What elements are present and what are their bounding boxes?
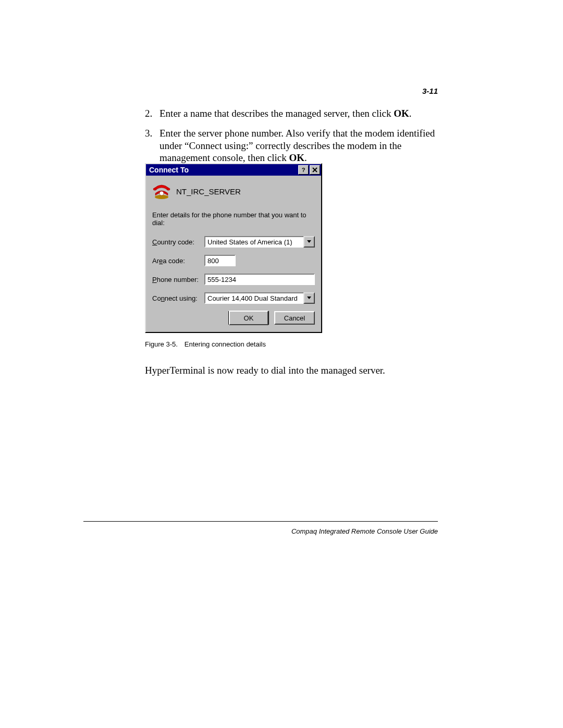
area-code-row: Area code: 800 [152, 255, 315, 266]
area-label-post: a code: [163, 257, 185, 265]
svg-text:?: ? [302, 167, 305, 173]
area-label-pre: Ar [152, 257, 159, 265]
country-label-accel: C [152, 238, 157, 246]
close-button[interactable] [310, 165, 320, 175]
telephone-icon [152, 183, 171, 200]
area-code-input[interactable]: 800 [204, 255, 236, 266]
svg-point-2 [160, 191, 164, 195]
country-code-value: United States of America (1) [204, 236, 303, 248]
phone-number-label: Phone number: [152, 276, 204, 283]
dialog-title: Connect To [149, 166, 297, 174]
footer-text: Compaq Integrated Remote Console User Gu… [291, 527, 438, 535]
dialog-instruction: Enter details for the phone number that … [152, 211, 315, 227]
country-code-combo[interactable]: United States of America (1) [204, 236, 315, 248]
step-2-text-a: Enter a name that describes the managed … [160, 108, 394, 119]
step-2-ok: OK [394, 108, 409, 119]
step-2: 2. Enter a name that describes the manag… [145, 107, 437, 120]
step-list: 2. Enter a name that describes the manag… [145, 107, 437, 164]
post-figure-text: HyperTerminal is now ready to dial into … [145, 365, 437, 376]
step-2-number: 2. [145, 107, 160, 120]
step-3-text: Enter the server phone number. Also veri… [160, 127, 437, 164]
connect-using-dropdown-icon[interactable] [303, 292, 315, 304]
connect-using-label: Connect using: [152, 294, 204, 302]
connect-using-row: Connect using: Courier 14,400 Dual Stand… [152, 292, 315, 304]
step-3-ok: OK [289, 152, 305, 163]
svg-point-4 [167, 188, 170, 190]
figure-caption: Figure 3-5. Entering connection details [145, 340, 322, 348]
step-3-text-c: . [304, 152, 307, 163]
page-number: 3-11 [422, 87, 438, 95]
connection-name-label: NT_IRC_SERVER [176, 187, 241, 196]
country-code-row: Country code: United States of America (… [152, 236, 315, 248]
dialog-titlebar: Connect To ? [146, 164, 321, 176]
area-code-label: Area code: [152, 257, 204, 265]
country-label-rest: ountry code: [157, 238, 194, 246]
phone-label-accel: P [152, 276, 157, 283]
connect-label-pre: Co [152, 294, 161, 302]
country-code-label: Country code: [152, 238, 204, 246]
connect-label-accel: n [161, 294, 165, 302]
footer-rule [83, 521, 438, 522]
phone-number-input[interactable]: 555-1234 [204, 274, 315, 285]
phone-number-row: Phone number: 555-1234 [152, 274, 315, 285]
country-code-dropdown-icon[interactable] [303, 236, 315, 248]
connect-label-post: nect using: [165, 294, 198, 302]
step-3-number: 3. [145, 127, 160, 164]
cancel-button[interactable]: Cancel [274, 311, 315, 325]
step-2-text: Enter a name that describes the managed … [160, 107, 437, 120]
figure-connect-to-dialog: Connect To ? [145, 163, 322, 348]
phone-label-rest: hone number: [157, 276, 199, 283]
connect-using-combo[interactable]: Courier 14,400 Dual Standard [204, 292, 315, 304]
ok-button-label: OK [229, 311, 268, 325]
connect-using-value: Courier 14,400 Dual Standard [204, 292, 303, 304]
svg-point-3 [153, 188, 156, 190]
dialog-window: Connect To ? [145, 163, 322, 333]
help-button[interactable]: ? [298, 165, 309, 175]
ok-button[interactable]: OK [228, 311, 269, 325]
step-3: 3. Enter the server phone number. Also v… [145, 127, 437, 164]
dialog-button-row: OK Cancel [152, 311, 315, 325]
step-2-text-c: . [409, 108, 412, 119]
